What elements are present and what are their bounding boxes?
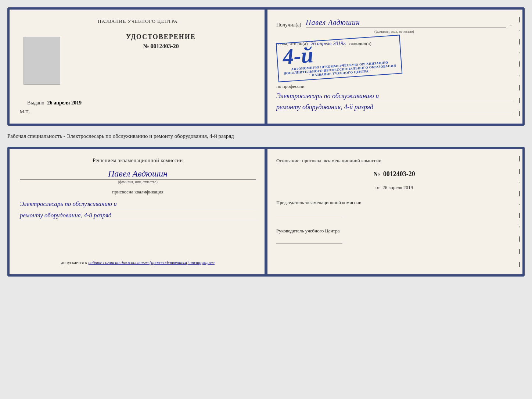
bottom-fio-hint: (фамилия, имя, отчество): [20, 180, 256, 184]
bottom-vbar-6: [519, 249, 520, 254]
vbar-3: [519, 61, 520, 67]
admission-section: допускается к работе согласно должностны…: [61, 260, 215, 266]
bottom-vbar-text-1: и: [518, 182, 521, 184]
top-doc-center-info: УДОСТОВЕРЕНИЕ № 0012403-20: [66, 33, 256, 57]
bottom-qualification: Электрослесарь по обслуживанию и ремонту…: [20, 199, 256, 220]
vbar-2: [519, 39, 520, 44]
dash: –: [510, 22, 512, 28]
stamp-grade: 4-й: [282, 44, 314, 68]
stamp-overlay: 4-й АВТОНОМНУЮ НЕКОММЕРЧЕСКУЮ ОРГАНИЗАЦИ…: [276, 35, 403, 82]
doc-number-value: 0012403-20: [150, 43, 179, 49]
bottom-vbar-1: [519, 156, 520, 161]
vbar-text-1: и: [518, 30, 521, 32]
top-doc-school-name: НАЗВАНИЕ УЧЕБНОГО ЦЕНТРА: [20, 18, 256, 24]
bottom-person-name: Павел Авдюшин: [20, 169, 256, 180]
date-value: 26 апреля 2019: [382, 185, 413, 190]
qualification-line2: ремонту оборудования, 4-й разряд: [20, 211, 256, 221]
bottom-doc-left-page: Решением экзаменационной комиссии Павел …: [10, 149, 266, 274]
center-head-section: Руководитель учебного Центра: [276, 228, 512, 243]
recipient-section: Получил(а) Павел Авдюшин –: [276, 18, 512, 28]
doc-number: № 0012403-20: [143, 43, 179, 50]
profession-value: Электрослесарь по обслуживанию и ремонту…: [276, 92, 512, 112]
protocol-date: от 26 апреля 2019: [276, 185, 512, 190]
bottom-vbar-3: [519, 191, 520, 196]
chairman-label: Председатель экзаменационной комиссии: [276, 199, 512, 206]
profession-section: по профессии Электрослесарь по обслужива…: [276, 83, 512, 112]
bottom-vbar-7: [519, 262, 520, 267]
recipient-name: Павел Авдюшин: [306, 18, 506, 28]
bottom-document: Решением экзаменационной комиссии Павел …: [7, 147, 525, 277]
fio-hint: (фамилия, имя, отчество): [276, 29, 512, 33]
bottom-doc-right-page: Основание: протокол экзаменационной коми…: [266, 149, 522, 274]
vbar-text-3: ←: [518, 74, 521, 78]
bottom-vbar-2: [519, 169, 520, 174]
protocol-number-value: 0012403-20: [383, 170, 415, 178]
bottom-vbar-5: [519, 236, 520, 242]
admission-prefix: допускается к: [61, 260, 87, 265]
bottom-right-side-decoration: и я ←: [517, 149, 522, 274]
top-document: НАЗВАНИЕ УЧЕБНОГО ЦЕНТРА УДОСТОВЕРЕНИЕ №…: [7, 7, 525, 126]
assigned-label: присвоена квалификация: [112, 189, 163, 195]
vbar-5: [519, 98, 520, 103]
mp-label: М.П.: [20, 109, 256, 115]
doc-number-label: №: [143, 43, 149, 49]
top-doc-right-page: 4-й АВТОНОМНУЮ НЕКОММЕРЧЕСКУЮ ОРГАНИЗАЦИ…: [266, 10, 522, 124]
chairman-section: Председатель экзаменационной комиссии: [276, 199, 512, 215]
bottom-vbar-text-3: ←: [518, 225, 521, 229]
top-doc-left-page: НАЗВАНИЕ УЧЕБНОГО ЦЕНТРА УДОСТОВЕРЕНИЕ №…: [10, 10, 266, 124]
protocol-label: №: [373, 170, 380, 178]
profession-line2: ремонту оборудования, 4-й разряд: [276, 103, 512, 112]
center-head-label: Руководитель учебного Центра: [276, 228, 512, 234]
bottom-vbar-text-2: я: [518, 204, 521, 206]
photo-placeholder: [24, 37, 60, 85]
between-label: Рабочая специальность - Электрослесарь п…: [7, 132, 525, 141]
right-side-decoration: и я ←: [517, 10, 522, 124]
vbar-6: [519, 111, 520, 116]
bottom-person-section: Павел Авдюшин (фамилия, имя, отчество): [20, 169, 256, 184]
issued-label: Выдано: [27, 100, 44, 106]
admission-text: работе согласно должностным (производств…: [88, 260, 215, 265]
issued-date: 26 апреля 2019: [47, 100, 82, 106]
center-head-signature-line: [276, 243, 342, 243]
bottom-vbar-4: [519, 213, 520, 218]
profession-line1: Электрослесарь по обслуживанию и: [276, 92, 512, 101]
qualification-line1: Электрослесарь по обслуживанию и: [20, 199, 256, 209]
date-prefix: от: [375, 185, 380, 190]
recipient-label: Получил(а): [276, 22, 301, 28]
decision-title: Решением экзаменационной комиссии: [93, 158, 183, 164]
issued-line: Выдано 26 апреля 2019: [27, 99, 256, 106]
profession-label: по профессии: [276, 83, 512, 89]
chairman-signature-line: [276, 215, 342, 215]
basis-label: Основание: протокол экзаменационной коми…: [276, 158, 512, 164]
vbar-1: [519, 17, 520, 22]
vbar-4: [519, 85, 520, 90]
protocol-number-line: № 0012403-20: [276, 170, 512, 178]
vbar-text-2: я: [518, 52, 521, 54]
doc-title: УДОСТОВЕРЕНИЕ: [126, 33, 196, 41]
